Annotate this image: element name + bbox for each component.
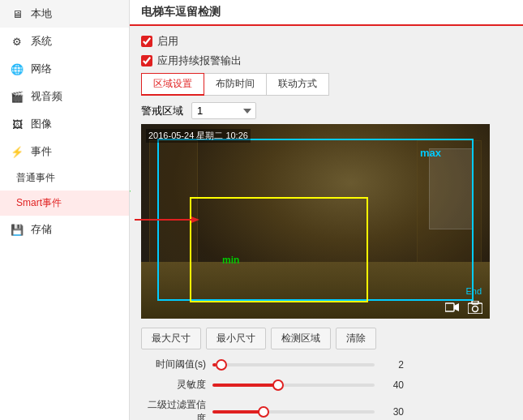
camera-section: 绿色过滤框：目的是去误报,只有物体大小在二者之间，算法才会去检测 bbox=[141, 124, 490, 325]
region-dropdown[interactable]: 1 2 3 4 bbox=[191, 102, 256, 119]
detect-region-button[interactable]: 检测区域 bbox=[271, 328, 331, 349]
sidebar-item-video[interactable]: 🎬 视音频 bbox=[0, 83, 129, 110]
enable-row: 启用 bbox=[141, 34, 512, 49]
svg-point-5 bbox=[473, 306, 478, 312]
monitor-icon: 🖥 bbox=[10, 6, 24, 21]
sidebar-item-image[interactable]: 🖼 图像 bbox=[0, 110, 129, 138]
slider-filter-confidence: 二级过滤置信度 30 bbox=[141, 398, 512, 420]
enable-label: 启用 bbox=[157, 34, 178, 49]
slider-time-label: 时间阈值(s) bbox=[141, 358, 206, 371]
image-icon: 🖼 bbox=[10, 117, 24, 131]
svg-rect-6 bbox=[472, 301, 478, 304]
main-body: 启用 应用持续报警输出 区域设置 布防时间 联动方式 警戒区域 1 2 3 4 … bbox=[130, 26, 523, 420]
video-timestamp: 2016-05-24 星期二 10:26 bbox=[146, 129, 251, 143]
video-icon: 🎬 bbox=[10, 89, 24, 104]
sidebar-item-normal-event[interactable]: 普通事件 bbox=[0, 165, 129, 191]
svg-marker-3 bbox=[454, 303, 459, 311]
tab-bar: 区域设置 布防时间 联动方式 bbox=[141, 73, 512, 96]
camera-controls bbox=[444, 299, 483, 315]
min-size-button[interactable]: 最小尺寸 bbox=[206, 328, 266, 349]
event-icon: ⚡ bbox=[10, 144, 24, 159]
camera-snapshot-icon[interactable] bbox=[467, 299, 483, 315]
sidebar-item-event[interactable]: ⚡ 事件 bbox=[0, 138, 129, 165]
clear-button[interactable]: 清除 bbox=[336, 328, 376, 349]
slider-time-threshold: 时间阈值(s) 2 bbox=[141, 358, 512, 371]
svg-rect-2 bbox=[445, 303, 454, 311]
sidebar-item-local[interactable]: 🖥 本地 bbox=[0, 0, 129, 28]
sensitivity-slider[interactable] bbox=[212, 384, 375, 387]
slider-sensitivity: 灵敏度 40 bbox=[141, 378, 512, 392]
filter-confidence-slider[interactable] bbox=[212, 410, 375, 414]
region-select-row: 警戒区域 1 2 3 4 bbox=[141, 102, 512, 119]
min-bounding-box[interactable] bbox=[190, 197, 368, 302]
region-label: 警戒区域 bbox=[141, 104, 183, 118]
max-size-button[interactable]: 最大尺寸 bbox=[141, 328, 201, 349]
sidebar: 🖥 本地 ⚙ 系统 🌐 网络 🎬 视音频 🖼 图像 ⚡ 事件 普通事件 Smar… bbox=[0, 0, 130, 420]
max-box-label: max bbox=[420, 147, 441, 159]
storage-icon: 💾 bbox=[10, 222, 24, 237]
sensitivity-value: 40 bbox=[381, 379, 404, 391]
min-box-label: min bbox=[222, 255, 239, 266]
tab-region[interactable]: 区域设置 bbox=[141, 73, 204, 96]
slider-filter-confidence-label: 二级过滤置信度 bbox=[141, 398, 206, 420]
annotation-arrow bbox=[135, 215, 199, 225]
alarm-output-checkbox[interactable] bbox=[141, 55, 152, 66]
alarm-output-label: 应用持续报警输出 bbox=[157, 54, 242, 68]
end-label: End bbox=[465, 286, 482, 296]
filter-confidence-value: 30 bbox=[381, 406, 404, 418]
sidebar-item-smart-event[interactable]: Smart事件 bbox=[0, 191, 129, 216]
alarm-output-row: 应用持续报警输出 bbox=[141, 54, 512, 68]
svg-marker-1 bbox=[191, 216, 199, 223]
sidebar-item-network[interactable]: 🌐 网络 bbox=[0, 55, 129, 83]
annotation-text: 绿色过滤框：目的是去误报,只有物体大小在二者之间，算法才会去检测 bbox=[130, 165, 131, 212]
main-content: 电梯车逗留检测 启用 应用持续报警输出 区域设置 布防时间 联动方式 警戒区域 … bbox=[130, 0, 523, 420]
action-buttons: 最大尺寸 最小尺寸 检测区域 清除 bbox=[141, 328, 512, 349]
tab-contact[interactable]: 联动方式 bbox=[267, 73, 329, 96]
sidebar-item-system[interactable]: ⚙ 系统 bbox=[0, 28, 129, 55]
time-threshold-value: 2 bbox=[381, 359, 404, 371]
enable-checkbox[interactable] bbox=[141, 36, 152, 47]
sidebar-item-storage[interactable]: 💾 存储 bbox=[0, 216, 129, 243]
time-threshold-slider[interactable] bbox=[212, 363, 375, 366]
network-icon: 🌐 bbox=[10, 62, 24, 76]
tab-defense[interactable]: 布防时间 bbox=[204, 73, 267, 96]
gear-icon: ⚙ bbox=[10, 34, 24, 49]
video-record-icon[interactable] bbox=[444, 299, 461, 315]
slider-sensitivity-label: 灵敏度 bbox=[141, 378, 206, 392]
page-title: 电梯车逗留检测 bbox=[130, 0, 523, 26]
